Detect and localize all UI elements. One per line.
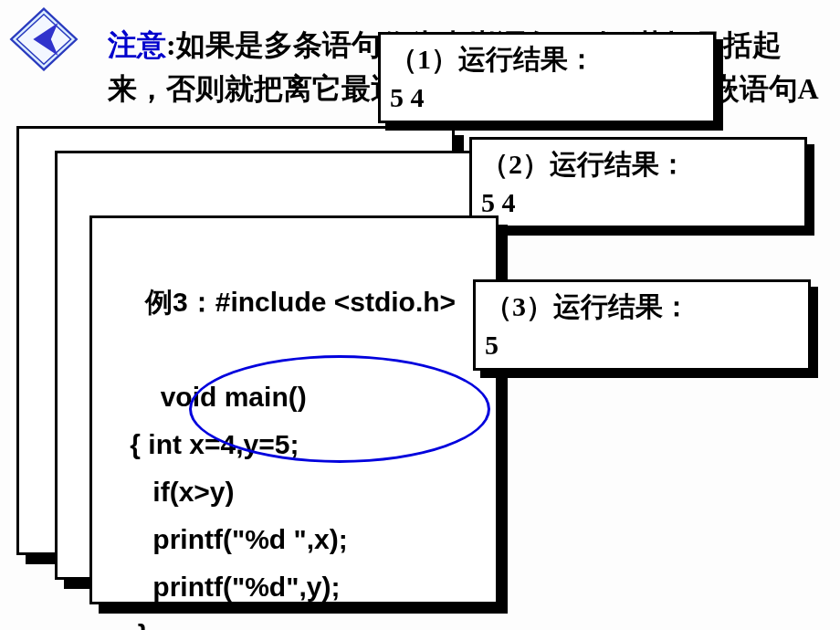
result1-value: 5 4 — [390, 79, 704, 117]
back-arrow-icon[interactable] — [7, 7, 80, 71]
result2-title: （2）运行结果： — [481, 145, 795, 184]
example3-include: #include <stdio.h> — [215, 287, 456, 317]
ellipse-highlight-3 — [189, 355, 490, 463]
result2-value: 5 4 — [481, 184, 795, 222]
code-line-6: } — [100, 611, 488, 630]
example3-label: 例3： — [145, 287, 215, 317]
code-line-5: printf("%d",y); — [100, 563, 488, 611]
result3-title: （3）运行结果： — [485, 288, 799, 326]
result1-title: （1）运行结果： — [390, 40, 704, 79]
code-line-3: if(x>y) — [100, 468, 488, 516]
code-line-4: printf("%d ",x); — [100, 516, 488, 563]
note-label: 注意 — [108, 28, 166, 61]
result3-value: 5 — [485, 326, 799, 364]
